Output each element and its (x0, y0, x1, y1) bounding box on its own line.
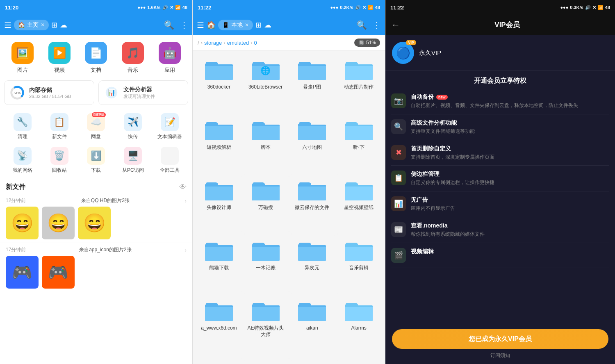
folder-icon-jiaoben (251, 118, 280, 142)
back-button[interactable]: ← (391, 20, 400, 30)
vip-badge: VIP (406, 40, 416, 45)
cat-video[interactable]: ▶️ 视频 (48, 42, 71, 74)
vip-sub-link[interactable]: 订阅须知 (392, 352, 608, 359)
new-files-entry-0[interactable]: 12分钟前 来自QQ HD的图片3张 › 😄 😄 😄 (0, 194, 192, 243)
tool-pcaccess[interactable]: 🖥️ 从PC访问 (118, 147, 148, 174)
new-badge: new (436, 95, 448, 100)
internal-storage-card[interactable]: 51% 内部存储 26.32 GB / 51.54 GB (4, 80, 94, 105)
tool-clean-label: 清理 (18, 133, 27, 140)
cat-images-icon: 🖼️ (11, 42, 34, 64)
more-icon-2[interactable]: ⋮ (373, 20, 381, 30)
home-tab-close[interactable]: ✕ (41, 22, 45, 28)
file-360docker[interactable]: 360docker (196, 54, 242, 113)
privileges-section-title: 开通会员立享特权 (385, 71, 615, 89)
file-liucunditu[interactable]: 六寸地图 (289, 114, 335, 173)
vip-avatar: 🔵 VIP (392, 42, 414, 64)
tool-download-icon: ⬇️ (87, 147, 105, 165)
storage-info: 内部存储 26.32 GB / 51.54 GB (29, 86, 71, 99)
file-duanshipin[interactable]: 短视频解析 (196, 114, 242, 173)
tool-mynet[interactable]: 📡 我的网络 (8, 147, 37, 174)
file-jiaoben[interactable]: 脚本 (243, 114, 289, 173)
file-baozouptu[interactable]: 暴走P图 (289, 54, 335, 113)
storage-donut: 51% (9, 85, 25, 100)
tool-download[interactable]: ⬇️ 下载 (81, 147, 111, 174)
folder-icon-awww (204, 299, 234, 323)
file-yinyue[interactable]: 音乐剪辑 (336, 234, 382, 294)
file-ae[interactable]: AE特效视频片头大师 (243, 295, 289, 361)
tool-texteditor[interactable]: 📝 文本编辑器 (155, 113, 184, 140)
menu-icon-2[interactable]: ☰ (197, 20, 204, 30)
menu-icon[interactable]: ☰ (4, 20, 11, 30)
tool-recycle-icon: 🗑️ (50, 147, 68, 165)
file-xiongmao[interactable]: 熊猫下载 (196, 234, 242, 294)
file-yiciyuan[interactable]: 异次元 (289, 234, 335, 294)
cat-video-label: 视频 (54, 66, 65, 74)
cat-images[interactable]: 🖼️ 图片 (11, 42, 34, 74)
cat-apps[interactable]: 🤖 应用 (159, 42, 181, 74)
breadcrumb-emulated[interactable]: emulated (227, 40, 249, 46)
homepage-desc: 支持删除首页，深度定制专属操作页面 (411, 154, 494, 161)
file-name-alarms: Alarms (351, 325, 366, 332)
tool-mynet-label: 我的网络 (13, 167, 32, 174)
tool-fastsend-icon: ✈️ (124, 113, 142, 131)
file-yimu[interactable]: 一木记账 (243, 234, 289, 294)
search-icon[interactable]: 🔍 (164, 20, 174, 30)
file-name-baozouptu: 暴走P图 (303, 84, 321, 91)
nav-action-icons-2: 🔍 ⋮ (357, 20, 381, 30)
new-files-title: 新文件 (6, 183, 25, 191)
entry-1-thumbs: 🎮 🎮 (6, 256, 187, 289)
file-tingxia[interactable]: 听·下 (336, 114, 382, 173)
file-alarms[interactable]: Alarms (336, 295, 382, 361)
file-dongtai[interactable]: 动态图片制作 (336, 54, 382, 113)
nomedia-desc: 帮你找到所有系统隐藏的媒体文件 (411, 231, 485, 238)
eye-icon[interactable]: 👁 (179, 183, 187, 191)
analysis-text: 高级文件分析功能 支持重复文件智能筛选等功能 (411, 119, 475, 135)
file-weiyun[interactable]: 微云保存的文件 (289, 174, 335, 234)
tool-recycle-label: 回收站 (52, 167, 67, 174)
file-name-liucunditu: 六寸地图 (302, 144, 322, 151)
new-files-entry-1[interactable]: 17分钟前 来自app_icon的图片2张 › 🎮 🎮 (0, 243, 192, 292)
tool-fastsend[interactable]: ✈️ 快传 (118, 113, 148, 140)
status-right-1: ●●● 1.6K/s 🔊 ✕ 📶 48 (137, 5, 187, 10)
file-awww[interactable]: a_www.x6d.com (196, 295, 242, 361)
folder-icon-yiciyuan (297, 239, 327, 262)
local-tab[interactable]: 📱 本地 ✕ (218, 20, 253, 30)
tool-alltools[interactable]: 全部工具 (155, 147, 184, 174)
tool-newfile[interactable]: 📋 新文件 (45, 113, 74, 140)
home-nav-icon-2[interactable]: 🏠 (207, 20, 216, 30)
status-bar-1: 11:20 ●●● 1.6K/s 🔊 ✕ 📶 48 (0, 0, 192, 15)
file-analyzer-card[interactable]: 📊 文件分析器 发现可清理文件 (98, 80, 189, 105)
search-icon-2[interactable]: 🔍 (357, 20, 367, 30)
file-360litebrowser[interactable]: 🌐 360LiteBrowser (243, 54, 289, 113)
cat-images-label: 图片 (17, 66, 28, 74)
cloud-tab-icon: ☁ (60, 20, 67, 30)
tool-texteditor-icon: 📝 (161, 113, 179, 131)
file-name-jiaoben: 脚本 (261, 144, 271, 151)
noad-text: 无广告 应用内不再显示广告 (411, 196, 455, 212)
file-xingkong[interactable]: 星空视频壁纸 (336, 174, 382, 234)
breadcrumb-0[interactable]: 0 (254, 40, 257, 46)
home-tab[interactable]: 🏠 主页 ✕ (14, 20, 49, 30)
cat-docs[interactable]: 📄 文档 (85, 42, 107, 74)
tool-netdisk[interactable]: ☁️ 百度网盘 网盘 (81, 113, 111, 140)
tool-recycle[interactable]: 🗑️ 回收站 (45, 147, 74, 174)
privilege-list: 📷 自动备份 new 自动把图片、视频、音频、文件夹保存到云盘，释放本地空间，防… (385, 89, 615, 324)
cat-music[interactable]: 🎵 音乐 (122, 42, 144, 74)
vip-profile-info: 永久VIP (419, 49, 441, 57)
status-right-2: ●●● 0.2K/s 🔊 ✕ 📶 48 (330, 5, 380, 10)
vip-name: 永久VIP (419, 49, 441, 57)
sidebar-icon: 📋 (391, 171, 406, 185)
more-icon[interactable]: ⋮ (180, 20, 188, 30)
breadcrumb-arrow: › (201, 40, 203, 46)
breadcrumb-storage[interactable]: storage (204, 40, 222, 46)
file-aikan[interactable]: aikan (289, 295, 335, 361)
tool-clean[interactable]: 🔧 清理 (8, 113, 37, 140)
file-touxiang[interactable]: 头像设计师 (196, 174, 242, 234)
cat-video-icon: ▶️ (48, 42, 71, 64)
file-wancius[interactable]: 万磁搜 (243, 174, 289, 234)
vip-member-button[interactable]: 您已成为永久VIP会员 (392, 329, 608, 349)
local-tab-close[interactable]: ✕ (245, 22, 249, 28)
file-name-yimu: 一木记账 (256, 265, 276, 271)
vip-nav: ← VIP会员 (385, 15, 615, 35)
sidebar-desc: 自定义你的专属侧边栏，让操作更快捷 (411, 179, 494, 186)
